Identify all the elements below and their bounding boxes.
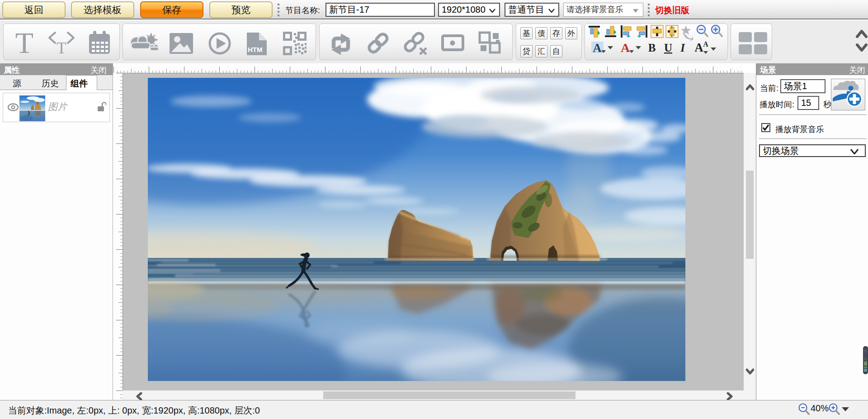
svg-text:B: B bbox=[648, 42, 656, 54]
svg-text:40%: 40% bbox=[811, 403, 829, 413]
svg-text:A: A bbox=[593, 41, 602, 55]
svg-text:A: A bbox=[703, 40, 708, 48]
svg-text:I: I bbox=[680, 42, 685, 54]
svg-text:A: A bbox=[694, 41, 703, 54]
svg-text:T: T bbox=[15, 26, 33, 59]
svg-text:HTM: HTM bbox=[248, 46, 263, 53]
svg-text:U: U bbox=[664, 42, 672, 54]
svg-text:A: A bbox=[621, 41, 630, 55]
svg-text:T: T bbox=[57, 39, 66, 57]
